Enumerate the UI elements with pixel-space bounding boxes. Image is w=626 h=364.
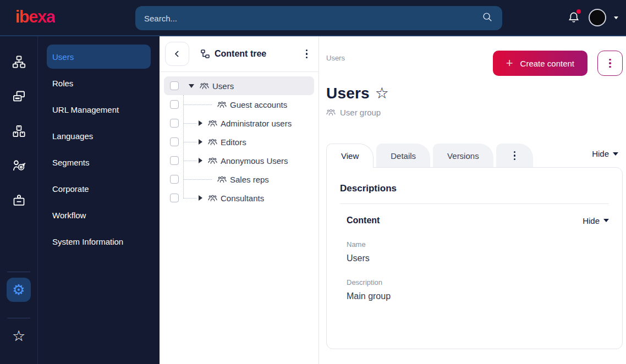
- tree-item-anonymous-users[interactable]: Anonymous Users: [164, 151, 314, 170]
- sidebar-item-roles[interactable]: Roles: [47, 71, 151, 95]
- tree-item-users[interactable]: Users: [164, 76, 314, 95]
- tree-item-checkbox[interactable]: [170, 119, 179, 128]
- create-content-button[interactable]: + Create content: [493, 51, 587, 76]
- divider: [340, 203, 609, 204]
- notification-dot: [576, 9, 581, 14]
- sidebar-item-languages[interactable]: Languages: [47, 124, 151, 148]
- gear-icon[interactable]: ⚙: [7, 278, 31, 302]
- tree-item-checkbox[interactable]: [170, 137, 179, 146]
- header-actions: + Create content: [493, 51, 623, 76]
- sidebar-item-segments[interactable]: Segments: [47, 150, 151, 174]
- sidebar-item-label: Roles: [52, 79, 73, 88]
- tree-options-kebab-icon[interactable]: [303, 46, 311, 62]
- topbar: ibexa: [0, 0, 626, 36]
- descriptions-heading: Descriptions: [340, 183, 609, 194]
- tab-details[interactable]: Details: [376, 144, 430, 168]
- kebab-icon: [510, 148, 519, 164]
- user-group-icon: [208, 119, 217, 128]
- user-group-icon: [208, 157, 217, 165]
- tree-item-label: Users: [212, 81, 234, 91]
- tabs-row: View Details Versions Hide: [326, 144, 623, 168]
- tree-item-checkbox[interactable]: [170, 100, 179, 109]
- sidebar-item-label: Segments: [52, 158, 90, 167]
- create-content-label: Create content: [520, 59, 574, 68]
- tree-connector: [183, 198, 196, 198]
- sitemap-icon[interactable]: [7, 49, 31, 74]
- bell-icon[interactable]: [567, 10, 581, 25]
- content-type-row: User group: [326, 108, 623, 117]
- tree-connector: [183, 179, 212, 180]
- field-label-description: Description: [347, 278, 609, 286]
- expand-caret-icon[interactable]: [199, 158, 202, 163]
- sidebar-item-url-management[interactable]: URL Management: [47, 97, 151, 122]
- tree-item-checkbox[interactable]: [170, 175, 179, 184]
- settings-menu: Users Roles URL Management Languages Seg…: [38, 36, 160, 364]
- chevron-down-icon: [613, 152, 618, 156]
- tab-view[interactable]: View: [326, 144, 374, 168]
- sidebar-item-workflow[interactable]: Workflow: [47, 203, 151, 227]
- product-boxes-icon[interactable]: [7, 119, 31, 143]
- hide-group-toggle[interactable]: Hide: [583, 216, 609, 225]
- tree-item-label: Sales reps: [230, 175, 269, 184]
- sidebar-item-label: Languages: [52, 131, 93, 141]
- expand-caret-icon[interactable]: [199, 195, 202, 201]
- star-glyph: ☆: [12, 329, 25, 344]
- tab-label: Versions: [447, 151, 479, 161]
- tree-item-consultants[interactable]: Consultants: [164, 189, 314, 207]
- star-icon[interactable]: ☆: [7, 324, 31, 348]
- gear-glyph: ⚙: [12, 283, 25, 297]
- global-search[interactable]: [135, 6, 502, 30]
- title-row: Users ☆: [326, 85, 623, 102]
- field-value-description: Main group: [347, 291, 609, 301]
- tree-item-administrator-users[interactable]: Administrator users: [164, 114, 314, 133]
- hide-label: Hide: [592, 149, 609, 158]
- tree-item-editors[interactable]: Editors: [164, 133, 314, 151]
- sidebar-item-label: System Information: [52, 237, 123, 246]
- search-input[interactable]: [144, 14, 481, 23]
- tab-label: Details: [391, 151, 416, 161]
- tree-connector: [183, 161, 196, 161]
- collapse-caret-icon[interactable]: [189, 84, 194, 88]
- favorite-star-icon[interactable]: ☆: [375, 86, 389, 101]
- content-tree-panel: Content tree Users Guest accounts: [160, 36, 319, 364]
- divider: [7, 318, 30, 318]
- sidebar-item-corporate[interactable]: Corporate: [47, 177, 151, 201]
- magnifier-icon[interactable]: [481, 11, 493, 25]
- kebab-icon: [606, 56, 614, 71]
- collapse-tree-button[interactable]: [165, 42, 189, 66]
- sidebar-item-label: Users: [52, 52, 74, 62]
- tab-label: View: [341, 151, 359, 161]
- tree-item-sales-reps[interactable]: Sales reps: [164, 170, 314, 189]
- content-tree-title: Content tree: [200, 49, 266, 59]
- sidebar-item-system-information[interactable]: System Information: [47, 229, 151, 253]
- page-options-button[interactable]: [597, 51, 623, 76]
- topbar-actions: [567, 0, 618, 35]
- tree-item-checkbox[interactable]: [170, 156, 179, 165]
- avatar[interactable]: [589, 9, 606, 26]
- tree-item-checkbox[interactable]: [170, 81, 179, 90]
- tree-connector: [183, 104, 212, 105]
- user-menu-caret-icon[interactable]: [614, 16, 618, 19]
- tab-more[interactable]: [496, 144, 534, 168]
- user-group-icon: [208, 194, 217, 202]
- ibexa-logo[interactable]: ibexa: [15, 7, 55, 27]
- expand-caret-icon[interactable]: [199, 120, 202, 126]
- tab-versions[interactable]: Versions: [433, 144, 493, 168]
- chevron-down-icon: [603, 219, 609, 222]
- id-badge-icon[interactable]: [7, 188, 31, 212]
- personalization-target-icon[interactable]: [7, 153, 31, 178]
- content-cards-icon[interactable]: [7, 84, 31, 108]
- tree-item-checkbox[interactable]: [170, 194, 179, 202]
- page-header: Users + Create content: [326, 51, 623, 76]
- expand-caret-icon[interactable]: [199, 139, 202, 145]
- rail-bottom: ⚙ ☆: [0, 266, 37, 359]
- breadcrumb[interactable]: Users: [326, 54, 345, 62]
- hide-panel-toggle[interactable]: Hide: [592, 149, 618, 158]
- tree-connector: [183, 123, 196, 124]
- content-field-group: Content Hide Name Users Description Main…: [340, 216, 609, 301]
- sidebar-item-users[interactable]: Users: [47, 45, 151, 69]
- field-label-name: Name: [347, 240, 609, 249]
- tree-item-guest-accounts[interactable]: Guest accounts: [164, 95, 314, 114]
- user-group-icon: [217, 175, 227, 184]
- content-type-label: User group: [340, 108, 381, 117]
